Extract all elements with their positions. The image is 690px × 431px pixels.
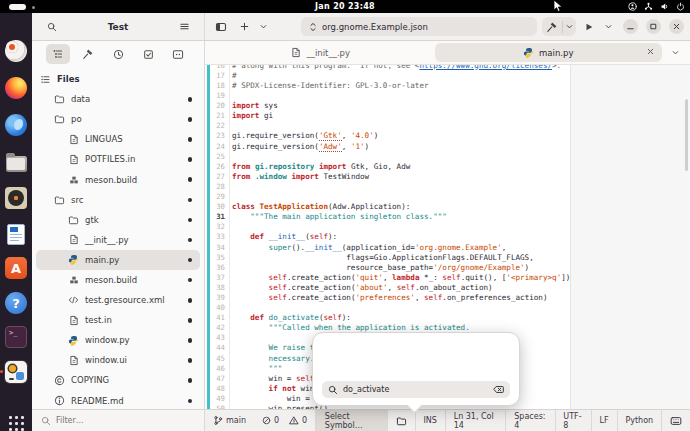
line-number: 17 <box>205 71 225 81</box>
tab-history[interactable] <box>106 44 130 64</box>
omnibar[interactable]: org.gnome.Example.json <box>301 17 537 36</box>
dock-item-gnome-builder[interactable] <box>4 360 28 384</box>
dock-item-show-apps[interactable] <box>4 411 28 431</box>
tree-item-label: test.in <box>85 315 112 325</box>
tab-project-tree[interactable] <box>46 44 70 64</box>
tree-item-meson-build[interactable]: meson.build <box>36 270 200 290</box>
status-dot <box>188 258 193 263</box>
tree-item-po[interactable]: po <box>36 109 200 129</box>
toggle-panel-button[interactable] <box>211 17 231 37</box>
keyboard-toggle-button[interactable] <box>662 410 690 431</box>
tree-item-copying[interactable]: COPYING <box>36 370 200 390</box>
dock-item-files[interactable] <box>4 150 28 174</box>
tree-item-src[interactable]: src <box>36 190 200 210</box>
status-dot <box>188 358 193 363</box>
headerbar: Test org.gnome.Example.json <box>32 13 690 41</box>
git-branch-button[interactable]: main <box>205 410 254 431</box>
editor-tab-main-py[interactable]: main.py <box>435 43 663 62</box>
status-dot <box>188 137 193 142</box>
workspace-indicator[interactable] <box>9 4 26 10</box>
dock-item-help[interactable]: ? <box>4 291 28 315</box>
accessibility-icon[interactable] <box>628 2 637 11</box>
tree-item-potfiles-in[interactable]: POTFILES.in <box>36 149 200 169</box>
readme-icon <box>54 395 65 406</box>
line-number: 30 <box>205 202 225 212</box>
tree-item-label: test.gresource.xml <box>85 295 165 305</box>
indentation-button[interactable]: Spaces: 4 <box>506 410 554 431</box>
run-button[interactable] <box>579 17 599 37</box>
dock-item-libreoffice-writer[interactable] <box>4 222 28 246</box>
tree-item-gtk[interactable]: gtk <box>36 210 200 230</box>
line-number: 27 <box>205 172 225 182</box>
language-button[interactable]: Python <box>617 410 661 431</box>
project-directory-button[interactable] <box>388 410 415 431</box>
panel-left-icon <box>215 21 227 33</box>
new-tab-button[interactable] <box>234 17 254 37</box>
diagnostics-errors[interactable]: 0 <box>254 410 281 431</box>
tree-item-linguas[interactable]: LINGUAS <box>36 129 200 149</box>
close-button[interactable] <box>669 19 684 34</box>
build-menu-button[interactable] <box>563 17 576 37</box>
dock-item-ubuntu-installer[interactable] <box>4 39 28 63</box>
run-menu-button[interactable] <box>602 17 615 37</box>
menu-button[interactable] <box>174 17 194 37</box>
python-icon <box>68 254 79 265</box>
folder-icon <box>54 114 65 125</box>
tab-close-icon[interactable] <box>646 47 655 56</box>
tree-item--init-py[interactable]: __init__.py <box>36 230 200 250</box>
doc-icon <box>68 234 79 245</box>
insert-mode-button[interactable]: INS <box>415 410 444 431</box>
workspace-dot[interactable] <box>32 6 35 9</box>
tree-root-files[interactable]: Files <box>36 69 200 89</box>
tab-list-button[interactable] <box>662 43 688 62</box>
tree-item-test-in[interactable]: test.in <box>36 310 200 330</box>
line-number: 48 <box>205 384 225 394</box>
cursor-position-button[interactable]: Ln 31, Col 14 <box>446 410 506 431</box>
tree-item-window-py[interactable]: window.py <box>36 330 200 350</box>
dock-item-app-center[interactable]: A <box>4 256 28 280</box>
volume-icon[interactable] <box>660 2 669 11</box>
status-dot <box>188 198 193 203</box>
tree-item-label: __init__.py <box>85 235 129 245</box>
clear-backspace-icon[interactable] <box>493 385 504 394</box>
line-number: 41 <box>205 313 225 323</box>
doc-icon <box>68 154 79 165</box>
tree-item-test-gresource-xml[interactable]: test.gresource.xml <box>36 290 200 310</box>
build-button[interactable] <box>542 17 562 37</box>
tree-item-window-ui[interactable]: window.ui <box>36 350 200 370</box>
tree-item-readme-md[interactable]: README.md <box>36 391 200 410</box>
code-line: 17# <box>205 71 690 81</box>
dock-item-terminal[interactable]: >_ <box>4 325 28 349</box>
doc-icon <box>291 47 301 58</box>
select-symbol-button[interactable]: Select Symbol… <box>317 410 387 431</box>
clock[interactable]: Jan 20 23:48 <box>315 0 375 13</box>
network-icon[interactable] <box>644 2 653 11</box>
tab-todo[interactable] <box>136 44 160 64</box>
tab-build[interactable] <box>76 44 100 64</box>
power-icon[interactable] <box>676 2 685 11</box>
diagnostics-warnings[interactable]: 0 <box>281 410 315 431</box>
dock-item-rhythmbox[interactable] <box>4 186 28 210</box>
search-button[interactable] <box>42 17 62 37</box>
editor-tab--init-py[interactable]: __init__.py <box>207 43 435 62</box>
copyright-icon <box>54 375 65 386</box>
new-tab-menu-button[interactable] <box>257 17 270 37</box>
dock-item-firefox[interactable] <box>4 76 28 100</box>
system-status-icons[interactable] <box>628 0 685 13</box>
maximize-button[interactable] <box>646 19 661 34</box>
symbol-search-entry[interactable]: do_activate <box>322 381 510 398</box>
editor-scrollbar[interactable] <box>685 99 688 171</box>
tree-item-main-py[interactable]: main.py <box>36 250 200 270</box>
code-line: 39 self.create_action('preferences', sel… <box>205 293 690 303</box>
encoding-button[interactable]: UTF-8 <box>555 410 590 431</box>
tree-item-meson-build[interactable]: meson.build <box>36 169 200 189</box>
line-number: 29 <box>205 192 225 202</box>
tab-terminal[interactable] <box>166 44 190 64</box>
tree-item-data[interactable]: data <box>36 89 200 109</box>
code-line: 35 flags=Gio.ApplicationFlags.DEFAULT_FL… <box>205 253 690 263</box>
line-number: 36 <box>205 263 225 273</box>
filter-input[interactable] <box>56 416 195 425</box>
line-ending-button[interactable]: LF <box>592 410 617 431</box>
minimize-button[interactable] <box>623 19 638 34</box>
dock-item-thunderbird[interactable] <box>4 113 28 137</box>
